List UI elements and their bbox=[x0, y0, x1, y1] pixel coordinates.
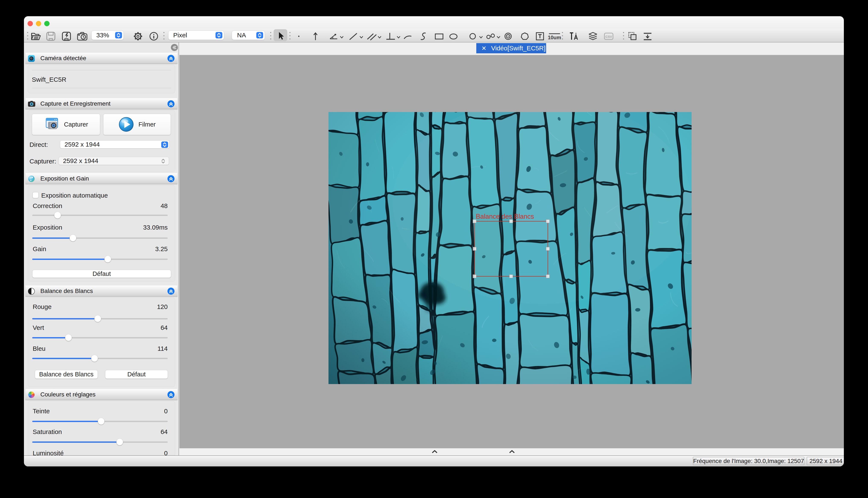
svg-text:CSV: CSV bbox=[605, 35, 612, 38]
svg-text:Balance des Blancs: Balance des Blancs bbox=[476, 213, 534, 220]
svg-text:10um: 10um bbox=[548, 35, 561, 40]
